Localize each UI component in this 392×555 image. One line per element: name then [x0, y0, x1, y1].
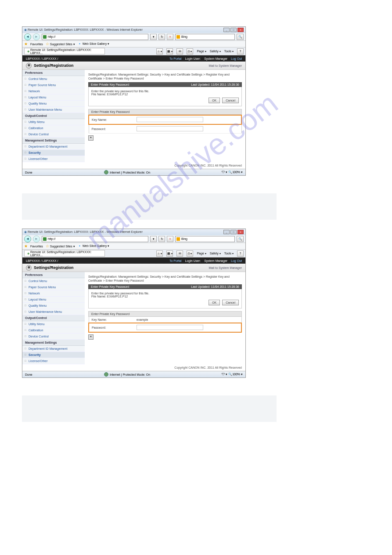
sidebar-item-device[interactable]: Device Control — [22, 334, 85, 340]
sidebar-item-user-maint[interactable]: User Maintenance Menu — [22, 309, 85, 315]
ok-button[interactable]: OK — [209, 300, 220, 305]
sidebar-item-utility[interactable]: Utility Menu — [22, 321, 85, 327]
password-input[interactable] — [137, 126, 203, 131]
sidebar-group-preferences: Preferences — [22, 70, 85, 76]
sidebar-item-layout[interactable]: Layout Menu — [22, 94, 85, 101]
print-icon[interactable]: ⎙ — [187, 48, 193, 54]
logout-link[interactable]: Log Out — [231, 259, 242, 262]
nav-row: ◄ ► http:// ▾ ↻ × Bing 🔍 — [22, 33, 245, 41]
search-icon[interactable]: 🔍 — [237, 34, 244, 40]
sidebar-item-security[interactable]: Security — [22, 352, 85, 358]
sidebar-item-dept-id[interactable]: Department ID Management — [22, 144, 85, 150]
sidebar-item-control[interactable]: Control Menu — [22, 76, 85, 82]
star-icon[interactable]: ★ — [24, 244, 28, 248]
browser-tab[interactable]: ◈Remote UI: Settings/Registration: LBPXX… — [24, 48, 105, 54]
forward-button[interactable]: ► — [33, 33, 40, 40]
sidebar-item-user-maint[interactable]: User Maintenance Menu — [22, 107, 85, 113]
safety-menu[interactable]: Safety — [210, 50, 221, 53]
cancel-button[interactable]: Cancel — [222, 300, 239, 305]
titlebar: ◉ Remote UI: Settings/Registration: LBPX… — [22, 229, 245, 235]
help-icon[interactable]: ? — [237, 48, 244, 54]
protected-mode-icon[interactable]: 🛡 ▾ — [222, 170, 227, 174]
refresh-icon[interactable]: ↻ — [158, 34, 165, 40]
url-box[interactable]: http:// — [42, 236, 148, 242]
stop-icon[interactable]: × — [167, 236, 173, 242]
close-icon[interactable]: × — [237, 230, 244, 234]
sidebar-group-preferences: Preferences — [22, 272, 85, 278]
sidebar-item-device[interactable]: Device Control — [22, 131, 85, 138]
minimize-icon[interactable]: _ — [223, 28, 230, 32]
to-portal-link[interactable]: To Portal — [169, 57, 182, 60]
page-menu[interactable]: Page — [197, 50, 206, 53]
url-box[interactable]: http:// — [42, 34, 148, 40]
print-icon[interactable]: ⎙ — [187, 250, 193, 257]
sidebar-item-calibration[interactable]: Calibration — [22, 327, 85, 334]
section-header: Enter Private Key Password — [88, 109, 242, 115]
sidebar-item-quality[interactable]: Quality Menu — [22, 303, 85, 309]
safety-menu[interactable]: Safety — [210, 252, 221, 255]
window-title: ◉ Remote UI: Settings/Registration: LBPX… — [24, 28, 143, 32]
password-input[interactable] — [137, 325, 203, 330]
cancel-button[interactable]: Cancel — [222, 98, 239, 103]
sidebar-item-license[interactable]: License/Other — [22, 358, 85, 364]
home-icon[interactable]: ⌂ — [156, 250, 163, 257]
star-icon[interactable]: ★ — [24, 42, 28, 46]
tools-menu[interactable]: Tools — [224, 50, 234, 53]
feed-icon[interactable]: ▦ — [166, 48, 173, 54]
mail-icon[interactable]: ✉ — [176, 250, 183, 257]
top-icon[interactable]: ▲ — [88, 135, 94, 141]
sidebar-item-layout[interactable]: Layout Menu — [22, 297, 85, 303]
sidebar-item-control[interactable]: Control Menu — [22, 278, 85, 284]
suggested-sites[interactable]: ☆ Suggested Sites ▾ — [46, 244, 75, 248]
sidebar-item-paper[interactable]: Paper Source Menu — [22, 82, 85, 88]
mail-link[interactable]: Mail to System Manager — [209, 266, 242, 269]
instruction-text: Enter the private key password for this … — [91, 292, 239, 295]
back-button[interactable]: ◄ — [24, 236, 31, 243]
search-box[interactable]: Bing — [175, 34, 235, 40]
sidebar-item-license[interactable]: License/Other — [22, 156, 85, 162]
page-menu[interactable]: Page — [197, 252, 206, 255]
keyname-input[interactable] — [137, 117, 203, 122]
mail-link[interactable]: Mail to System Manager — [209, 64, 242, 67]
sidebar-item-calibration[interactable]: Calibration — [22, 125, 85, 131]
zoom-icon[interactable]: 🔍 — [228, 170, 232, 174]
sidebar-item-network[interactable]: Network — [22, 290, 85, 297]
tools-menu[interactable]: Tools — [224, 252, 234, 255]
sidebar-item-paper[interactable]: Paper Source Menu — [22, 284, 85, 290]
sidebar-item-security[interactable]: Security — [22, 150, 85, 156]
page-title: Settings/Registration — [34, 265, 74, 270]
refresh-icon[interactable]: ↻ — [158, 236, 165, 242]
logout-link[interactable]: Log Out — [231, 57, 242, 60]
browser-tab[interactable]: ◈Remote UI: Settings/Registration: LBPXX… — [24, 250, 105, 257]
zoom-icon[interactable]: 🔍 — [228, 373, 232, 376]
web-slice-gallery[interactable]: 🔹 Web Slice Gallery ▾ — [78, 42, 109, 46]
web-slice-gallery[interactable]: 🔹 Web Slice Gallery ▾ — [78, 244, 109, 248]
suggested-sites[interactable]: ☆ Suggested Sites ▾ — [46, 42, 75, 46]
help-icon[interactable]: ? — [237, 250, 244, 257]
mail-icon[interactable]: ✉ — [176, 48, 183, 54]
sidebar-item-network[interactable]: Network — [22, 88, 85, 94]
maximize-icon[interactable]: □ — [230, 230, 237, 234]
sidebar: Preferences Control Menu Paper Source Me… — [22, 272, 85, 364]
feed-icon[interactable]: ▦ — [166, 250, 173, 257]
protected-mode-icon[interactable]: 🛡 ▾ — [222, 373, 227, 376]
search-box[interactable]: Bing — [175, 236, 235, 242]
minimize-icon[interactable]: _ — [223, 230, 230, 234]
ok-button[interactable]: OK — [209, 98, 220, 103]
search-icon[interactable]: 🔍 — [237, 236, 244, 242]
stop-icon[interactable]: × — [167, 34, 173, 40]
sidebar-item-dept-id[interactable]: Department ID Management — [22, 346, 85, 352]
dropdown-icon[interactable]: ▾ — [150, 34, 157, 40]
back-button[interactable]: ◄ — [24, 33, 31, 40]
screenshot-1: ◉ Remote UI: Settings/Registration: LBPX… — [22, 26, 246, 176]
close-icon[interactable]: × — [237, 28, 244, 32]
forward-button[interactable]: ► — [33, 236, 40, 243]
dropdown-icon[interactable]: ▾ — [150, 236, 157, 242]
top-icon[interactable]: ▲ — [88, 334, 94, 340]
maximize-icon[interactable]: □ — [230, 28, 237, 32]
keyname-value[interactable]: example — [137, 318, 148, 321]
sidebar-item-quality[interactable]: Quality Menu — [22, 101, 85, 107]
home-icon[interactable]: ⌂ — [156, 48, 163, 54]
sidebar-item-utility[interactable]: Utility Menu — [22, 119, 85, 125]
to-portal-link[interactable]: To Portal — [169, 259, 182, 262]
